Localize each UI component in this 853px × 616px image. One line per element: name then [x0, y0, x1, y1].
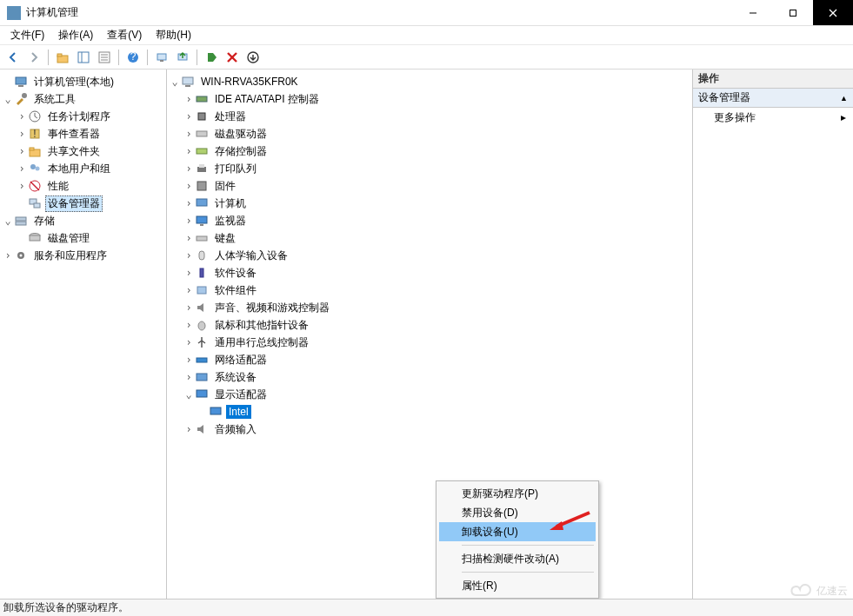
- tb-up-button[interactable]: [53, 48, 72, 67]
- disk-drive-icon: [195, 127, 209, 141]
- ctx-scan-hardware[interactable]: 扫描检测硬件改动(A): [439, 549, 596, 568]
- ctx-disable-device[interactable]: 禁用设备(D): [439, 503, 596, 522]
- actions-section-label: 设备管理器: [698, 90, 750, 105]
- device-tree[interactable]: ⌄WIN-RRVA35KFR0K ›IDE ATA/ATAPI 控制器 ›处理器…: [167, 70, 693, 599]
- svg-rect-51: [197, 216, 207, 223]
- network-icon: [195, 353, 209, 367]
- svg-rect-21: [16, 77, 26, 84]
- dev-root[interactable]: ⌄WIN-RRVA35KFR0K: [167, 73, 692, 90]
- tree-local-users[interactable]: ›本地用户和组: [0, 160, 166, 177]
- hid-icon: [195, 248, 209, 262]
- services-icon: [14, 248, 28, 262]
- tb-uninstall-button[interactable]: [243, 48, 263, 67]
- dev-cat[interactable]: ›IDE ATA/ATAPI 控制器: [167, 90, 692, 108]
- dev-cat[interactable]: ›软件设备: [167, 264, 692, 282]
- svg-point-30: [36, 167, 40, 171]
- tree-storage[interactable]: ⌄存储: [0, 212, 166, 229]
- menu-help[interactable]: 帮助(H): [149, 26, 198, 44]
- event-icon: !: [28, 127, 42, 141]
- firmware-icon: [195, 179, 209, 193]
- actions-section[interactable]: 设备管理器 ▲: [693, 89, 853, 108]
- tree-disk-mgmt[interactable]: ›磁盘管理: [0, 229, 166, 247]
- dev-cat[interactable]: ›固件: [167, 177, 692, 195]
- context-menu: 更新驱动程序(P) 禁用设备(D) 卸载设备(U) 扫描检测硬件改动(A) 属性…: [436, 480, 599, 599]
- ctx-properties[interactable]: 属性(R): [439, 576, 596, 595]
- disk-icon: [28, 231, 42, 245]
- svg-point-23: [22, 93, 27, 98]
- svg-point-57: [198, 321, 205, 330]
- svg-rect-44: [198, 113, 205, 120]
- tb-enable-button[interactable]: [202, 48, 221, 67]
- close-button[interactable]: [813, 0, 853, 25]
- tree-device-manager[interactable]: ›设备管理器: [0, 195, 166, 212]
- dev-audio-io[interactable]: ›音频输入: [167, 421, 692, 438]
- svg-rect-58: [197, 358, 207, 362]
- dev-cat[interactable]: ›网络适配器: [167, 351, 692, 368]
- monitor-icon: [195, 214, 209, 228]
- svg-rect-56: [197, 287, 206, 294]
- tb-update-driver-button[interactable]: [173, 48, 192, 67]
- tree-services-apps[interactable]: ›服务和应用程序: [0, 247, 166, 264]
- menu-bar: 文件(F) 操作(A) 查看(V) 帮助(H): [0, 26, 853, 45]
- tree-shared-folders[interactable]: ›共享文件夹: [0, 142, 166, 160]
- tools-icon: [14, 92, 28, 106]
- tree-performance[interactable]: ›性能: [0, 177, 166, 195]
- tb-show-hide-tree-button[interactable]: [74, 48, 93, 67]
- actions-more[interactable]: 更多操作 ▸: [693, 108, 853, 127]
- tree-task-scheduler[interactable]: ›任务计划程序: [0, 108, 166, 125]
- status-text: 卸载所选设备的驱动程序。: [3, 600, 129, 615]
- dev-cat[interactable]: ›鼠标和其他指针设备: [167, 316, 692, 334]
- audio-icon: [195, 301, 209, 315]
- tb-properties-button[interactable]: [95, 48, 114, 67]
- console-tree[interactable]: ▸ 计算机管理(本地) ⌄ 系统工具 ›任务计划程序 ›!事件查看器 ›共享文件…: [0, 70, 167, 599]
- svg-rect-35: [16, 217, 26, 221]
- dev-cat[interactable]: ›打印队列: [167, 160, 692, 177]
- svg-rect-22: [18, 85, 23, 87]
- tree-system-tools[interactable]: ⌄ 系统工具: [0, 90, 166, 108]
- ide-icon: [195, 92, 209, 106]
- dev-cat[interactable]: ›通用串行总线控制器: [167, 334, 692, 351]
- menu-action[interactable]: 操作(A): [51, 26, 100, 44]
- users-icon: [28, 162, 42, 176]
- dev-cat[interactable]: ›声音、视频和游戏控制器: [167, 299, 692, 316]
- tb-help-button[interactable]: ?: [123, 48, 143, 67]
- dev-intel-gpu[interactable]: ›Intel: [167, 403, 692, 421]
- svg-rect-6: [78, 52, 89, 63]
- dev-cat[interactable]: ›系统设备: [167, 368, 692, 386]
- menu-view[interactable]: 查看(V): [100, 26, 149, 44]
- ctx-update-driver[interactable]: 更新驱动程序(P): [439, 484, 596, 503]
- svg-rect-50: [197, 199, 207, 206]
- tree-root[interactable]: ▸ 计算机管理(本地): [0, 73, 166, 90]
- window-title: 计算机管理: [26, 5, 733, 20]
- dev-cat[interactable]: ›处理器: [167, 108, 692, 125]
- dev-cat[interactable]: ›键盘: [167, 229, 692, 247]
- dev-display-adapters[interactable]: ⌄显示适配器: [167, 386, 692, 403]
- mouse-icon: [195, 318, 209, 332]
- dev-cat[interactable]: ›磁盘驱动器: [167, 125, 692, 142]
- tb-scan-button[interactable]: [152, 48, 171, 67]
- tb-forward-button[interactable]: [24, 48, 43, 67]
- svg-rect-54: [199, 251, 204, 260]
- svg-rect-14: [157, 54, 166, 60]
- dev-cat[interactable]: ›存储控制器: [167, 142, 692, 160]
- tb-disable-button[interactable]: [223, 48, 242, 67]
- minimize-button[interactable]: [733, 0, 773, 25]
- svg-rect-59: [197, 374, 207, 381]
- svg-rect-42: [185, 85, 190, 87]
- menu-file[interactable]: 文件(F): [3, 26, 51, 44]
- tb-back-button[interactable]: [3, 48, 23, 67]
- toolbar: ?: [0, 45, 853, 70]
- ctx-uninstall-device[interactable]: 卸载设备(U): [439, 522, 596, 541]
- collapse-arrow-icon: ▲: [840, 94, 848, 103]
- dev-cat[interactable]: ›软件组件: [167, 282, 692, 299]
- svg-rect-15: [160, 60, 163, 62]
- dev-cat[interactable]: ›监视器: [167, 212, 692, 229]
- svg-rect-36: [16, 222, 26, 225]
- dev-cat[interactable]: ›计算机: [167, 195, 692, 212]
- audio-io-icon: [195, 422, 209, 436]
- svg-rect-43: [197, 96, 207, 102]
- gpu-icon: [209, 405, 223, 419]
- maximize-button[interactable]: [773, 0, 813, 25]
- dev-cat[interactable]: ›人体学输入设备: [167, 247, 692, 264]
- tree-event-viewer[interactable]: ›!事件查看器: [0, 125, 166, 142]
